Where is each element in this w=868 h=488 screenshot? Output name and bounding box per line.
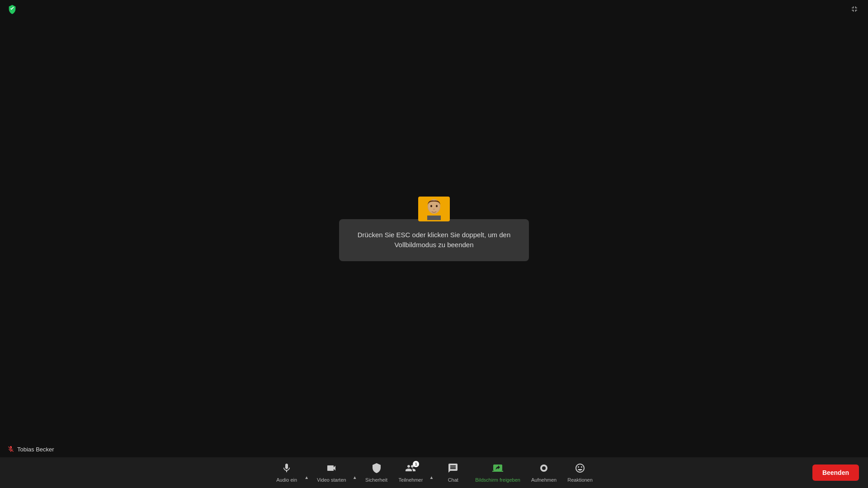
chat-label: Chat — [448, 477, 458, 483]
audio-button[interactable]: Audio ein — [271, 460, 302, 485]
fullscreen-tooltip: Drücken Sie ESC oder klicken Sie doppelt… — [339, 197, 529, 261]
end-meeting-button[interactable]: Beenden — [812, 465, 859, 481]
shield-icon — [7, 4, 17, 14]
main-video-area: Drücken Sie ESC oder klicken Sie doppelt… — [0, 0, 868, 457]
audio-group: Audio ein ▲ — [271, 460, 311, 485]
avatar-face — [418, 197, 450, 221]
record-button[interactable]: Aufnehmen — [527, 460, 561, 485]
tooltip-box: Drücken Sie ESC oder klicken Sie doppelt… — [339, 219, 529, 261]
video-icon — [326, 463, 337, 475]
record-icon — [538, 463, 549, 475]
top-bar — [0, 0, 868, 18]
svg-rect-5 — [427, 216, 441, 220]
participant-label: Tobias Becker — [7, 446, 54, 453]
end-label: Beenden — [822, 469, 849, 476]
share-screen-icon — [492, 463, 503, 475]
reactions-icon — [575, 463, 585, 475]
reactions-label: Reaktionen — [567, 477, 593, 483]
mic-icon — [281, 463, 292, 475]
chat-button[interactable]: Chat — [437, 460, 469, 485]
svg-point-2 — [430, 205, 432, 207]
svg-point-1 — [429, 200, 439, 213]
participants-badge: 1 — [413, 461, 419, 467]
record-label: Aufnehmen — [531, 477, 557, 483]
participants-group: 1 Teilnehmer ▲ — [394, 460, 436, 485]
video-group: Video starten ▲ — [312, 460, 359, 485]
audio-arrow-button[interactable]: ▲ — [302, 466, 311, 480]
audio-label: Audio ein — [276, 477, 297, 483]
security-button[interactable]: Sicherheit — [361, 460, 392, 485]
security-label: Sicherheit — [365, 477, 387, 483]
share-screen-button[interactable]: Bildschirm freigeben — [471, 460, 525, 485]
svg-point-3 — [436, 205, 438, 207]
video-button[interactable]: Video starten — [312, 460, 351, 485]
participants-label: Teilnehmer — [399, 477, 423, 483]
share-screen-label: Bildschirm freigeben — [475, 477, 520, 483]
bottom-toolbar: Audio ein ▲ Video starten ▲ Sicherheit — [0, 457, 868, 488]
chat-icon — [448, 463, 458, 475]
svg-point-4 — [433, 209, 435, 210]
security-status — [7, 4, 17, 14]
security-icon — [371, 463, 382, 475]
mic-off-icon — [7, 446, 14, 453]
participants-button[interactable]: 1 Teilnehmer — [394, 460, 428, 485]
participant-name: Tobias Becker — [17, 446, 54, 453]
video-arrow-button[interactable]: ▲ — [351, 466, 359, 480]
tooltip-text: Drücken Sie ESC oder klicken Sie doppelt… — [358, 231, 511, 249]
avatar-image — [423, 197, 445, 220]
reactions-button[interactable]: Reaktionen — [563, 460, 597, 485]
video-label: Video starten — [317, 477, 346, 483]
participant-avatar — [418, 197, 450, 221]
participants-arrow-button[interactable]: ▲ — [427, 466, 435, 480]
exit-fullscreen-button[interactable] — [848, 3, 861, 15]
svg-point-7 — [542, 466, 546, 470]
